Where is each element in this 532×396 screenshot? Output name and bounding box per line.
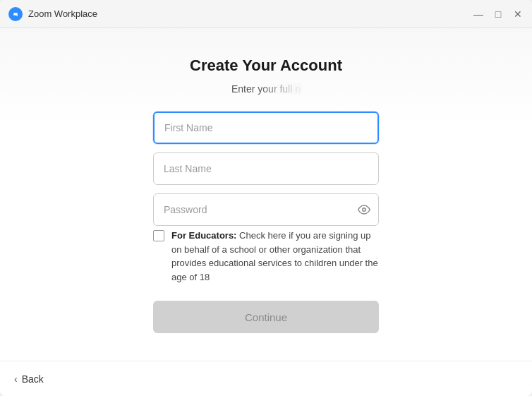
- back-button[interactable]: ‹ Back: [14, 373, 44, 385]
- subtitle: Enter your full n: [231, 83, 301, 95]
- first-name-input[interactable]: [153, 112, 379, 144]
- back-label: Back: [22, 373, 44, 385]
- educator-text: For Educators: Check here if you are sig…: [171, 229, 379, 284]
- close-button[interactable]: ✕: [512, 8, 524, 20]
- last-name-input[interactable]: [153, 152, 379, 185]
- titlebar-title: Zoom Workplace: [28, 8, 473, 19]
- continue-button[interactable]: Continue: [153, 301, 379, 333]
- educator-label-bold: For Educators:: [171, 230, 236, 241]
- password-wrapper: [153, 193, 379, 226]
- app-window: Zoom Workplace — □ ✕ Create Your Account…: [0, 0, 532, 396]
- back-chevron-icon: ‹: [14, 373, 18, 385]
- form-container: [153, 112, 379, 226]
- educator-section: For Educators: Check here if you are sig…: [153, 229, 379, 284]
- titlebar: Zoom Workplace — □ ✕: [0, 0, 532, 28]
- minimize-button[interactable]: —: [473, 8, 484, 20]
- bottom-bar: ‹ Back: [0, 361, 532, 396]
- educator-checkbox[interactable]: [153, 230, 164, 241]
- window-controls: — □ ✕: [473, 8, 524, 20]
- password-input[interactable]: [153, 193, 379, 226]
- page-title: Create Your Account: [190, 56, 342, 75]
- main-content: Create Your Account Enter your full n Fo…: [0, 28, 532, 361]
- svg-point-1: [363, 208, 366, 212]
- password-visibility-toggle[interactable]: [358, 203, 370, 216]
- app-icon: [8, 7, 23, 21]
- maximize-button[interactable]: □: [492, 8, 504, 20]
